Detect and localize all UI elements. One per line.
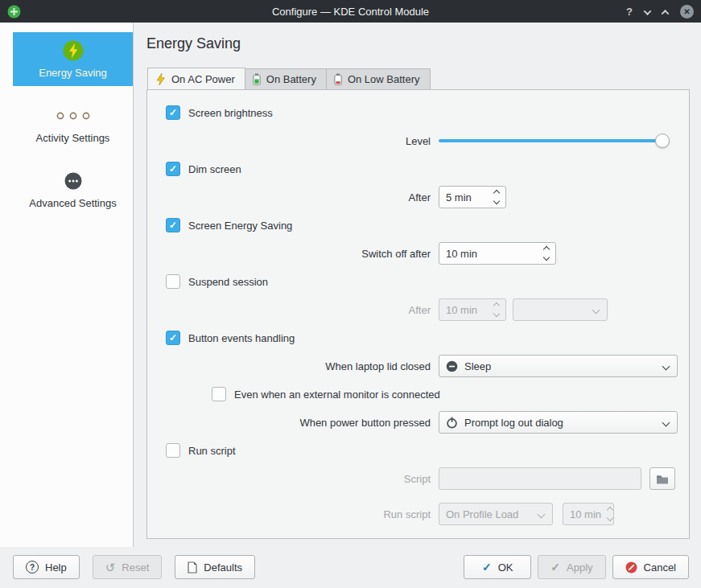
spinbox-value: 10 min xyxy=(570,508,601,520)
brightness-level-slider[interactable] xyxy=(439,133,670,149)
dim-after-row: After 5 min xyxy=(147,185,689,209)
button-bar: ? Help ↺ Reset Defaults ✓ OK ✓ xyxy=(0,547,701,588)
spin-up-icon[interactable] xyxy=(493,190,500,196)
content-area: Energy Saving On AC Power On Battery xyxy=(134,23,701,547)
run-script-when-label: Run script xyxy=(147,508,431,520)
tab-on-low-battery[interactable]: On Low Battery xyxy=(327,68,431,89)
lid-closed-label: When laptop lid closed xyxy=(147,360,431,372)
maximize-button[interactable] xyxy=(662,6,668,18)
external-monitor-checkbox[interactable]: ✓ xyxy=(212,387,226,401)
help-icon: ? xyxy=(26,561,39,574)
chevron-down-icon xyxy=(644,7,652,15)
spinbox-value: 10 min xyxy=(446,248,538,260)
script-path-input xyxy=(439,467,641,490)
switch-off-after-spinbox[interactable]: 10 min xyxy=(439,242,556,265)
dim-screen-checkbox[interactable]: ✓ xyxy=(166,162,180,176)
screen-brightness-row: ✓ Screen brightness xyxy=(147,103,689,122)
browse-folder-button[interactable] xyxy=(649,467,675,490)
run-script-checkbox[interactable]: ✓ xyxy=(166,443,180,458)
screen-energy-saving-checkbox[interactable]: ✓ xyxy=(166,218,180,232)
screen-brightness-checkbox[interactable]: ✓ xyxy=(166,105,180,120)
apply-button-label: Apply xyxy=(567,561,593,574)
advanced-settings-icon xyxy=(16,169,130,193)
lid-closed-combobox[interactable]: Sleep xyxy=(439,355,678,377)
defaults-button[interactable]: Defaults xyxy=(175,555,255,579)
sidebar-item-label: Energy Saving xyxy=(16,67,130,79)
tab-label: On AC Power xyxy=(171,73,235,85)
reset-button: ↺ Reset xyxy=(93,555,163,579)
check-icon: ✓ xyxy=(169,164,177,174)
settings-panel: ✓ Screen brightness Level ✓ Dim screen xyxy=(146,89,690,539)
external-monitor-row: ✓ Even when an external monitor is conne… xyxy=(147,384,689,404)
suspend-session-label: Suspend session xyxy=(188,276,268,288)
suspend-session-row: ✓ Suspend session xyxy=(147,272,689,291)
tab-on-ac-power[interactable]: On AC Power xyxy=(147,68,245,89)
spin-down-icon[interactable] xyxy=(493,198,500,204)
screen-brightness-label: Screen brightness xyxy=(188,107,273,119)
script-label: Script xyxy=(147,473,431,485)
lid-closed-row: When laptop lid closed Sleep xyxy=(147,354,689,378)
configure-window: Configure — KDE Control Module ? ✕ Energ… xyxy=(0,0,701,588)
dim-screen-row: ✓ Dim screen xyxy=(147,159,689,179)
tab-label: On Battery xyxy=(266,73,316,85)
dim-after-label: After xyxy=(147,191,431,204)
folder-icon xyxy=(656,474,669,484)
sidebar-item-energy-saving[interactable]: Energy Saving xyxy=(13,32,133,86)
window-help-button[interactable]: ? xyxy=(626,6,633,18)
run-script-when-combobox: On Profile Load xyxy=(439,503,553,525)
button-events-row: ✓ Button events handling xyxy=(147,328,689,347)
spin-up-icon xyxy=(493,302,500,309)
slider-handle[interactable] xyxy=(655,134,670,148)
cancel-button-label: Cancel xyxy=(644,561,676,574)
main-area: Energy Saving Activity Settings xyxy=(0,23,701,547)
defaults-icon xyxy=(188,561,197,574)
spinbox-arrows xyxy=(538,243,555,264)
close-button[interactable]: ✕ xyxy=(680,5,694,19)
spinbox-arrows xyxy=(488,299,505,320)
sidebar-item-advanced-settings[interactable]: Advanced Settings xyxy=(13,162,133,216)
chevron-down-icon xyxy=(592,306,600,314)
suspend-mode-combobox xyxy=(513,298,608,321)
chevron-down-icon xyxy=(662,362,670,370)
button-events-label: Button events handling xyxy=(188,332,295,344)
help-button-label: Help xyxy=(45,561,67,574)
tab-on-battery[interactable]: On Battery xyxy=(245,68,327,89)
suspend-after-spinbox: 10 min xyxy=(439,298,506,321)
suspend-session-checkbox[interactable]: ✓ xyxy=(166,274,180,289)
combobox-value: Sleep xyxy=(464,360,491,372)
page-title: Energy Saving xyxy=(146,35,690,52)
spin-down-icon xyxy=(493,310,500,317)
tab-label: On Low Battery xyxy=(348,73,420,85)
run-script-row: ✓ Run script xyxy=(147,441,689,460)
screen-energy-saving-label: Screen Energy Saving xyxy=(188,220,292,232)
dim-after-spinbox[interactable]: 5 min xyxy=(439,186,506,208)
dim-screen-label: Dim screen xyxy=(188,163,241,175)
help-button[interactable]: ? Help xyxy=(13,555,80,579)
check-icon: ✓ xyxy=(169,333,177,343)
run-script-time-spinbox: 10 min xyxy=(563,503,614,525)
external-monitor-label: Even when an external monitor is connect… xyxy=(234,389,440,401)
spin-up-icon[interactable] xyxy=(543,246,550,253)
defaults-button-label: Defaults xyxy=(204,561,242,574)
button-events-checkbox[interactable]: ✓ xyxy=(166,331,180,345)
titlebar: Configure — KDE Control Module ? ✕ xyxy=(0,0,701,23)
cancel-icon xyxy=(625,561,637,574)
cancel-button[interactable]: Cancel xyxy=(612,555,689,579)
energy-saving-icon xyxy=(16,39,130,63)
spin-down-icon xyxy=(607,515,613,521)
window-title: Configure — KDE Control Module xyxy=(0,6,701,18)
activity-settings-icon xyxy=(16,104,130,128)
ok-check-icon: ✓ xyxy=(482,561,492,573)
ac-power-icon xyxy=(155,73,166,85)
script-path-row: Script xyxy=(147,467,689,491)
suspend-after-row: After 10 min xyxy=(147,298,689,322)
ok-button[interactable]: ✓ OK xyxy=(464,555,531,579)
combobox-value: On Profile Load xyxy=(446,508,518,520)
run-script-label: Run script xyxy=(188,445,236,457)
spin-down-icon[interactable] xyxy=(543,254,550,261)
power-button-row: When power button pressed Prompt log out… xyxy=(147,410,689,434)
power-button-combobox[interactable]: Prompt log out dialog xyxy=(439,411,678,434)
minimize-button[interactable] xyxy=(645,6,650,18)
sidebar-item-activity-settings[interactable]: Activity Settings xyxy=(13,97,133,151)
spinbox-value: 5 min xyxy=(446,191,488,204)
